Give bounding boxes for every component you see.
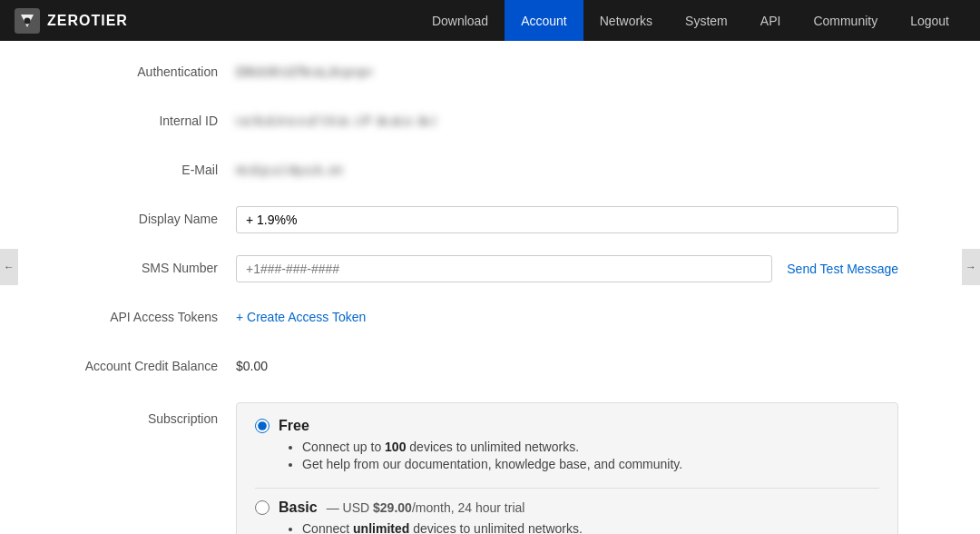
plan-free: FreeConnect up to 100 devices to unlimit… <box>255 418 879 471</box>
nav-link-networks[interactable]: Networks <box>583 0 669 41</box>
nav-link-api[interactable]: API <box>744 0 798 41</box>
sms-number-input[interactable] <box>236 255 772 282</box>
plan-bullets-basic: Connect unlimited devices to unlimited n… <box>255 521 879 534</box>
plan-radio-basic[interactable] <box>255 500 270 515</box>
authentication-label: Authentication <box>54 59 236 79</box>
create-token-link[interactable]: + Create Access Token <box>236 310 366 324</box>
authentication-value: D9UU9:U2Te:xLJn:p+p+ <box>236 59 926 79</box>
subscription-label: Subscription <box>54 402 236 426</box>
plan-bullet: Get help from our documentation, knowled… <box>302 457 879 471</box>
nav-link-system[interactable]: System <box>669 0 744 41</box>
credit-value: $0.00 <box>236 353 268 373</box>
internal-id-label: Internal ID <box>54 108 236 128</box>
plan-desc-basic: — USD $29.00/month, 24 hour trial <box>327 500 525 515</box>
api-tokens-label: API Access Tokens <box>54 304 236 324</box>
right-arrow[interactable]: → <box>962 249 980 285</box>
plan-name-basic: Basic <box>279 499 318 516</box>
plan-bullet: Connect up to 100 devices to unlimited n… <box>302 440 879 454</box>
plan-radio-free[interactable] <box>255 419 270 433</box>
subscription-box: FreeConnect up to 100 devices to unlimit… <box>236 402 898 534</box>
internal-id-value: r.e.N.d.4 e.n.d 't.h.is .I.P .le.st.o .l… <box>236 108 926 128</box>
navbar: ZEROTIER DownloadAccountNetworksSystemAP… <box>0 0 980 41</box>
nav-links: DownloadAccountNetworksSystemAPICommunit… <box>416 0 965 41</box>
plan-bullets-free: Connect up to 100 devices to unlimited n… <box>255 440 879 471</box>
display-name-input[interactable] <box>236 206 898 233</box>
plan-bullet: Connect unlimited devices to unlimited n… <box>302 521 879 534</box>
plan-name-free: Free <box>279 418 309 434</box>
nav-link-download[interactable]: Download <box>416 0 505 41</box>
account-credit-row: Account Credit Balance $0.00 <box>54 353 926 386</box>
left-arrow[interactable]: ← <box>0 249 18 285</box>
display-name-row: Display Name <box>54 206 926 239</box>
plan-basic: Basic— USD $29.00/month, 24 hour trialCo… <box>255 499 879 534</box>
sms-number-row: SMS Number Send Test Message <box>54 255 926 288</box>
nav-link-account[interactable]: Account <box>505 0 583 41</box>
api-tokens-row: API Access Tokens + Create Access Token <box>54 304 926 337</box>
nav-link-community[interactable]: Community <box>797 0 894 41</box>
authentication-row: Authentication D9UU9:U2Te:xLJn:p+p+ <box>54 59 926 92</box>
main-content: Authentication D9UU9:U2Te:xLJn:p+p+ Inte… <box>0 41 980 534</box>
sms-number-label: SMS Number <box>54 255 236 275</box>
subscription-row: Subscription FreeConnect up to 100 devic… <box>54 402 926 534</box>
email-label: E-Mail <box>54 157 236 177</box>
logo: ZEROTIER <box>15 8 128 34</box>
email-value: re.d.p.u.l.4y.u.k..cn <box>236 157 926 177</box>
logo-text: ZEROTIER <box>47 13 128 29</box>
nav-link-logout[interactable]: Logout <box>894 0 965 41</box>
svg-point-2 <box>24 17 31 24</box>
account-credit-label: Account Credit Balance <box>54 353 236 373</box>
email-row: E-Mail re.d.p.u.l.4y.u.k..cn <box>54 157 926 190</box>
display-name-label: Display Name <box>54 206 236 226</box>
internal-id-row: Internal ID r.e.N.d.4 e.n.d 't.h.is .I.P… <box>54 108 926 141</box>
send-test-button[interactable]: Send Test Message <box>787 262 898 276</box>
